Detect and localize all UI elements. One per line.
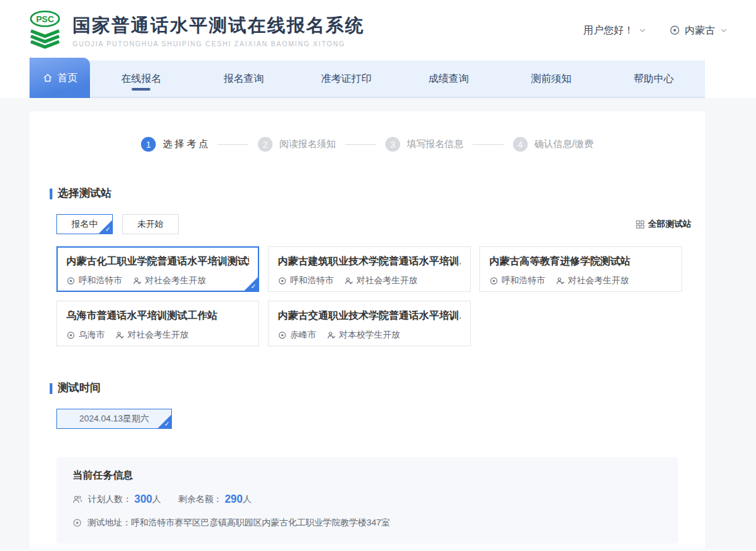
task-capacity-row: 计划人数： 300 人 剩余名额： 290 人 (73, 493, 662, 505)
station-card-4[interactable]: 内蒙古交通职业技术学院普通话水平培训... 赤峰市 对本校学生开放 (268, 301, 471, 346)
step-number: 4 (513, 137, 528, 152)
station-openness: 对社会考生开放 (133, 274, 206, 287)
step-number: 3 (385, 137, 400, 152)
openness-label: 对社会考生开放 (128, 329, 189, 341)
nav-item-home[interactable]: 首页 (30, 58, 90, 98)
station-card-3[interactable]: 乌海市普通话水平培训测试工作站 乌海市 对社会考生开放 (56, 301, 259, 346)
address-label: 测试地址： (87, 517, 131, 529)
station-openness: 对本校学生开放 (327, 329, 400, 341)
region-selector[interactable]: 内蒙古 (669, 24, 728, 37)
step-label: 阅读报名须知 (279, 138, 336, 150)
filter-registering-button[interactable]: 报名中 ✓ (56, 214, 113, 234)
nav-label: 成绩查询 (428, 72, 469, 85)
station-meta: 乌海市 对社会考生开放 (66, 329, 249, 341)
step-1-select-site: 1 选 择 考 点 (141, 137, 208, 152)
nav-item-registration-query[interactable]: 报名查询 (193, 60, 295, 97)
nav-item-score-query[interactable]: 成绩查询 (397, 60, 500, 97)
station-card-1[interactable]: 内蒙古建筑职业技术学院普通话水平培训... 呼和浩特市 对社会考生开放 (268, 246, 471, 292)
section-accent-bar (50, 383, 52, 394)
remaining-count-unit: 人 (242, 493, 251, 505)
nav-label: 测前须知 (531, 72, 571, 85)
location-pin-icon (73, 518, 82, 528)
home-icon (42, 72, 53, 83)
person-icon (133, 277, 142, 285)
step-number: 2 (258, 137, 273, 152)
station-city: 呼和浩特市 (66, 274, 122, 287)
openness-label: 对社会考生开放 (357, 274, 418, 287)
person-icon (556, 277, 565, 285)
city-label: 赤峰市 (290, 329, 316, 341)
city-label: 呼和浩特市 (79, 274, 122, 287)
nav-label: 准考证打印 (321, 72, 371, 85)
openness-label: 对本校学生开放 (339, 329, 400, 341)
people-icon (73, 495, 83, 504)
grid-icon (636, 220, 645, 229)
nav-label: 报名查询 (224, 72, 264, 85)
nav-item-pretest-notice[interactable]: 测前须知 (500, 60, 603, 97)
active-tab-indicator (132, 88, 150, 91)
station-name: 乌海市普通话水平培训测试工作站 (66, 309, 249, 322)
station-openness: 对社会考生开放 (115, 329, 189, 341)
planned-count-label: 计划人数： (88, 493, 132, 505)
station-name: 内蒙古交通职业技术学院普通话水平培训... (278, 309, 461, 322)
main-nav: 首页 在线报名 报名查询 准考证打印 成绩查询 测前须知 帮助中心 (30, 60, 705, 98)
top-bar: PSC 国家普通话水平测试在线报名系统 GUOJIA PUTONGHUA SHU… (0, 0, 756, 98)
step-connector (345, 144, 376, 145)
person-icon (327, 331, 336, 340)
step-3-fill-info: 3 填写报名信息 (385, 137, 463, 152)
station-meta: 赤峰市 对本校学生开放 (278, 329, 461, 341)
station-openness: 对社会考生开放 (556, 274, 629, 287)
filter-label: 报名中 (72, 218, 98, 230)
nav-item-online-registration[interactable]: 在线报名 (90, 60, 193, 97)
time-section-header: 测试时间 (50, 381, 705, 395)
step-connector (218, 144, 248, 145)
station-card-0[interactable]: 内蒙古化工职业学院普通话水平培训测试站 呼和浩特市 对社会考生开放 ✓ (56, 246, 259, 292)
location-pin-icon (66, 331, 75, 340)
city-label: 呼和浩特市 (290, 274, 334, 287)
step-number: 1 (141, 137, 156, 152)
check-icon: ✓ (164, 421, 170, 428)
main-area: 1 选 择 考 点 2 阅读报名须知 3 填写报名信息 4 确认信息/缴费 选择… (0, 98, 756, 549)
brand-text: 国家普通话水平测试在线报名系统 GUOJIA PUTONGHUA SHUIPIN… (73, 13, 365, 48)
location-pin-icon (489, 277, 498, 285)
filter-not-started-button[interactable]: 未开始 (122, 214, 179, 234)
city-label: 乌海市 (79, 329, 105, 341)
content-card: 1 选 择 考 点 2 阅读报名须知 3 填写报名信息 4 确认信息/缴费 选择… (30, 111, 705, 549)
station-city: 呼和浩特市 (489, 274, 545, 287)
openness-label: 对社会考生开放 (568, 274, 629, 287)
header: PSC 国家普通话水平测试在线报名系统 GUOJIA PUTONGHUA SHU… (0, 0, 756, 60)
address-value: 呼和浩特市赛罕区巴彦镇高职园区内蒙古化工职业学院教学楼347室 (131, 517, 390, 529)
chevron-down-icon (639, 26, 647, 34)
planned-count-unit: 人 (152, 493, 161, 505)
section-title: 测试时间 (58, 381, 101, 395)
test-date-button[interactable]: 2024.04.13星期六 ✓ (56, 409, 172, 429)
nav-item-help-center[interactable]: 帮助中心 (602, 60, 705, 97)
check-icon: ✓ (251, 283, 256, 290)
nav-item-admission-ticket-print[interactable]: 准考证打印 (295, 60, 397, 97)
station-section-header: 选择测试站 (50, 187, 705, 201)
station-name: 内蒙古建筑职业技术学院普通话水平培训... (278, 255, 461, 268)
all-stations-label: 全部测试站 (648, 218, 692, 230)
person-icon (344, 277, 353, 285)
site-subtitle: GUOJIA PUTONGHUA SHUIPING CESHI ZAIXIAN … (73, 40, 365, 48)
step-label: 选 择 考 点 (162, 138, 208, 150)
nav-home-label: 首页 (58, 72, 78, 85)
psc-logo-icon: PSC (26, 10, 64, 50)
user-menu[interactable]: 用户您好！ (583, 24, 647, 37)
nav-row: 首页 在线报名 报名查询 准考证打印 成绩查询 测前须知 帮助中心 (0, 60, 756, 98)
section-accent-bar (50, 189, 52, 199)
station-city: 赤峰市 (278, 329, 316, 341)
chevron-down-icon (720, 26, 728, 34)
step-label: 确认信息/缴费 (534, 138, 594, 150)
station-meta: 呼和浩特市 对社会考生开放 (66, 274, 249, 287)
svg-text:PSC: PSC (36, 14, 54, 24)
all-stations-link[interactable]: 全部测试站 (636, 218, 692, 230)
brand: PSC 国家普通话水平测试在线报名系统 GUOJIA PUTONGHUA SHU… (26, 10, 365, 50)
openness-label: 对社会考生开放 (145, 274, 206, 287)
remaining-count-label: 剩余名额： (179, 493, 222, 505)
step-label: 填写报名信息 (407, 138, 463, 150)
location-pin-icon (66, 277, 75, 285)
station-card-2[interactable]: 内蒙古高等教育进修学院测试站 呼和浩特市 对社会考生开放 (479, 246, 682, 292)
check-icon: ✓ (105, 226, 111, 233)
station-name: 内蒙古化工职业学院普通话水平培训测试站 (66, 255, 249, 268)
